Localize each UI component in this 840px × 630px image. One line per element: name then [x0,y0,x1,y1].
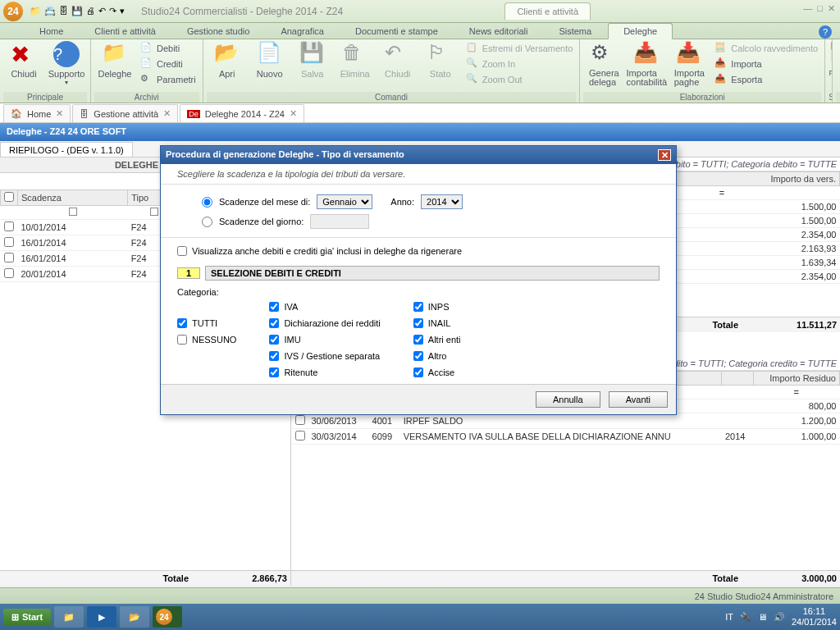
crediti-button[interactable]: 📄Crediti [137,57,199,71]
doctab-deleghe[interactable]: DeDeleghe 2014 - Z24✕ [180,104,304,122]
apri-button[interactable]: 📂Apri [207,41,248,79]
chk-visualizza-row[interactable]: Visualizza anche debiti e crediti gia' i… [177,246,660,256]
parametri-button[interactable]: ⚙Parametri [137,72,199,87]
chk-visualizza[interactable] [177,246,187,256]
radio-mese[interactable] [202,197,212,208]
subtab-riepilogo[interactable]: RIEPILOGO - (DEG v. 1.1.0) [0,142,133,157]
dialog-title-text: Procedura di generazione Deleghe - Tipo … [166,149,404,161]
tab-clienti[interactable]: Clienti e attività [80,24,171,39]
close-icon[interactable]: ✕ [163,108,171,119]
tray-icon[interactable]: 🖥 [758,612,767,622]
tab-news[interactable]: News editoriali [454,24,543,39]
chiudi-button[interactable]: ✖Chiudi [3,41,44,79]
zoomin-button[interactable]: 🔍Zoom In [463,57,577,71]
stato-button[interactable]: 🏳Stato [420,41,461,79]
debiti-button[interactable]: 📄Debiti [137,41,199,56]
chk-iva[interactable]: IVA [269,302,380,312]
select-all-checkbox[interactable] [4,192,14,202]
avanti-button[interactable]: Avanti [609,391,668,408]
step-title: SELEZIONE DEBITI E CREDITI [205,266,660,281]
chk-ritenute[interactable]: Ritenute [269,368,380,377]
help-icon: ? [53,41,80,67]
tab-anagrafica[interactable]: Anagrafica [266,24,339,39]
close-icon[interactable]: ✕ [56,108,63,119]
annulla-button[interactable]: Annulla [536,391,600,408]
qat-icon[interactable]: 🖨 [86,6,95,16]
qat-icon[interactable]: 📇 [44,6,56,16]
chk-inps[interactable]: INPS [413,302,461,312]
calcolo-button[interactable]: 🧮Calcolo ravvedimento [711,41,821,56]
chk-inail[interactable]: INAIL [413,318,461,328]
start-button[interactable]: ⊞Start [3,609,51,626]
table-row[interactable]: 30/06/20134001IRPEF SALDO1.200,00 [292,413,840,429]
close-button[interactable]: ✕ [828,3,835,14]
supporto-button[interactable]: ?Supporto▾ [46,41,87,86]
taskbar: ⊞Start 📁 ▶ 📂 24 IT 🔌 🖥 🔊 16:1124/01/2014 [0,604,840,630]
task-powershell[interactable]: ▶ [87,606,116,628]
import-icon: 📥 [714,57,728,71]
chk-imu[interactable]: IMU [269,335,380,345]
elimina-button[interactable]: 🗑Elimina [335,41,376,79]
col-scadenza[interactable]: Scadenza [18,190,128,206]
task-app24[interactable]: 24 [153,606,182,628]
doctab-gestione[interactable]: 🗄Gestione attività✕ [72,104,178,122]
qat-icon[interactable]: ↷ [109,6,116,16]
undo-icon: ↶ [385,41,411,67]
row-checkbox[interactable] [295,431,305,441]
select-anno[interactable]: 2014 [421,194,463,209]
importa-paghe-button[interactable]: 📥Importa paghe [669,41,710,87]
deleghe-button[interactable]: 📁Deleghe [94,41,135,79]
chk-altro[interactable]: Altro [413,351,461,361]
qat-icon[interactable]: 🗄 [59,6,68,16]
task-explorer[interactable]: 📁 [54,606,84,628]
close-icon[interactable]: ✕ [290,108,297,119]
estremi-button[interactable]: 📋Estremi di Versamento [463,41,577,56]
select-mese[interactable]: Gennaio [317,194,372,209]
qat-icon[interactable]: ↶ [98,6,106,16]
esporta-button[interactable]: 📤Esporta [711,72,821,87]
gear-icon: ⚙ [140,73,153,86]
chk-tutti[interactable]: TUTTI [177,318,236,328]
minimize-button[interactable]: — [803,3,812,14]
tab-home[interactable]: Home [25,24,78,39]
qat-icon[interactable]: 💾 [71,6,83,16]
tab-gestione[interactable]: Gestione studio [172,24,264,39]
importa-button[interactable]: 📥Importa [711,57,821,71]
table-row[interactable]: 30/03/20146099VERSAMENTO IVA SULLA BASE … [292,429,840,445]
windows-icon: ⊞ [11,612,19,623]
dialog-generazione-deleghe: Procedura di generazione Deleghe - Tipo … [160,145,677,415]
row-checkbox[interactable] [4,268,14,278]
lang-indicator[interactable]: IT [725,612,733,622]
doctab-home[interactable]: 🏠Home✕ [3,104,71,122]
tab-sistema[interactable]: Sistema [544,24,606,39]
nuovo-button[interactable]: 📄Nuovo [249,41,290,79]
task-folder[interactable]: 📂 [120,606,149,628]
radio-giorno[interactable] [202,217,212,227]
qat-icon[interactable]: 📁 [30,6,41,16]
chk-altri-enti[interactable]: Altri enti [413,335,461,345]
row-checkbox[interactable] [4,237,14,247]
tab-documenti[interactable]: Documenti e stampe [340,24,453,39]
clock[interactable]: 16:1124/01/2014 [792,606,837,628]
chk-nessuno[interactable]: NESSUNO [177,335,236,345]
row-checkbox[interactable] [4,221,14,231]
row-checkbox[interactable] [295,415,305,425]
tray-icon[interactable]: 🔊 [774,612,785,623]
tray-icon[interactable]: 🔌 [740,612,751,623]
chiudi2-button[interactable]: ↶Chiudi [377,41,418,79]
importa-cont-button[interactable]: 📥Importa contabilità [626,41,667,87]
zoomout-button[interactable]: 🔍Zoom Out [463,72,577,87]
chk-accise[interactable]: Accise [413,368,461,377]
row-checkbox[interactable] [4,253,14,262]
periodo-filter-button[interactable]: 31Periodo [836,41,840,79]
dialog-close-button[interactable]: ✕ [658,149,671,161]
qat-dropdown[interactable]: ▾ [120,6,125,16]
genera-delega-button[interactable]: ⚙Genera delega [583,41,624,87]
salva-button[interactable]: 💾Salva [292,41,333,79]
maximize-button[interactable]: □ [817,3,823,14]
chk-dich-redditi[interactable]: Dichiarazione dei redditi [269,318,380,328]
tab-deleghe[interactable]: Deleghe [608,23,673,39]
help-icon[interactable]: ? [819,25,832,39]
chk-ivs[interactable]: IVS / Gestione separata [269,351,380,361]
page-header: Deleghe - Z24 24 ORE SOFT [0,123,840,141]
